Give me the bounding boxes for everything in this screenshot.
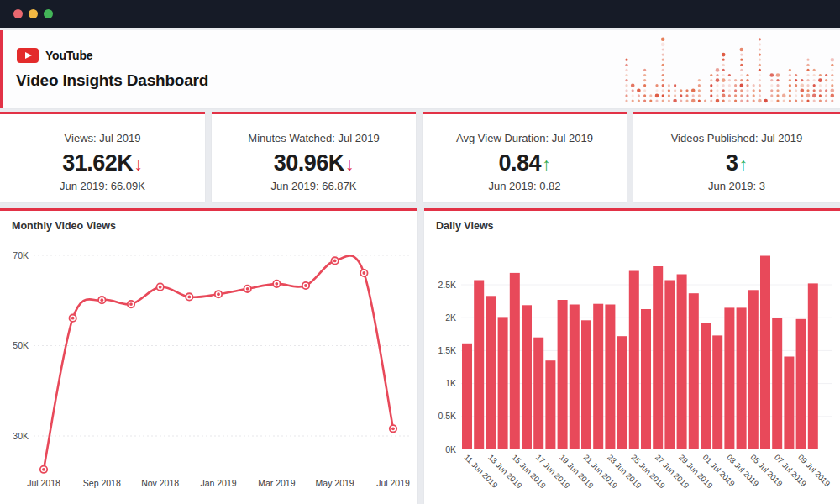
data-point-center — [42, 468, 45, 471]
decor-dot — [625, 64, 627, 66]
dashboard-header: YouTube Video Insights Dashboard — [0, 30, 840, 108]
decor-dot — [710, 79, 712, 81]
decor-dot — [753, 94, 755, 97]
data-point-center — [100, 298, 103, 302]
bar[interactable] — [784, 357, 794, 450]
decor-dot — [795, 94, 797, 97]
decor-dot — [770, 99, 773, 102]
data-point-center — [362, 271, 365, 275]
window-minimize-button[interactable] — [29, 9, 38, 18]
decor-dot — [668, 99, 670, 102]
data-point-center — [391, 427, 395, 430]
decor-dot — [632, 94, 634, 97]
decor-dot — [722, 94, 726, 98]
bar[interactable] — [462, 344, 472, 449]
trend-down-icon: ↓ — [345, 155, 354, 175]
bar[interactable] — [737, 307, 747, 449]
kpi-value: 31.62K — [62, 150, 133, 176]
bar[interactable] — [664, 281, 675, 450]
decor-dot — [740, 74, 743, 76]
kpi-card-views: Views: Jul 2019 31.62K ↓ Jun 2019: 66.09… — [0, 112, 205, 202]
decor-dot — [746, 99, 748, 102]
decor-dot — [801, 89, 805, 93]
monthly-video-views-line-chart[interactable]: 30K50K70KJul 2018Sep 2018Nov 2018Jan 201… — [0, 234, 417, 504]
bar[interactable] — [570, 305, 580, 450]
bar[interactable] — [677, 275, 687, 450]
bar[interactable] — [701, 323, 711, 450]
brand-row: YouTube — [17, 48, 92, 63]
kpi-previous-value: Jun 2019: 0.82 — [488, 180, 560, 192]
decor-dot — [716, 78, 720, 82]
decor-dot — [770, 89, 773, 92]
data-point-center — [246, 287, 249, 291]
daily-views-bar-chart[interactable]: 0K0.5K1K1.5K2K2.5K11 Jun 201913 Jun 2019… — [424, 234, 840, 504]
decor-dot — [698, 99, 701, 102]
bar[interactable] — [522, 305, 532, 449]
window-zoom-button[interactable] — [44, 9, 53, 18]
decor-dot — [770, 73, 774, 77]
kpi-card-videos-published: Videos Published: Jul 2019 3 ↑ Jun 2019:… — [633, 112, 840, 202]
bar[interactable] — [653, 266, 663, 449]
bar[interactable] — [748, 290, 759, 449]
decor-dot — [740, 94, 743, 97]
bar[interactable] — [510, 273, 520, 449]
decor-dot — [740, 83, 744, 87]
decor-dot — [801, 83, 805, 87]
decor-dot — [668, 89, 670, 92]
decor-dot — [625, 69, 627, 71]
decor-dot — [662, 79, 664, 81]
decor-dot — [806, 64, 809, 66]
bar[interactable] — [558, 300, 568, 449]
decor-dot — [632, 99, 634, 102]
data-point-center — [304, 284, 307, 287]
decor-dot — [722, 99, 725, 102]
bar[interactable] — [629, 271, 639, 450]
views-line-series — [44, 255, 393, 469]
decor-dot — [813, 99, 816, 102]
header-accent-stripe — [0, 30, 3, 108]
decor-dot — [716, 89, 718, 92]
decor-dot — [831, 99, 833, 102]
kpi-previous-value: Jun 2019: 3 — [708, 180, 765, 192]
bar[interactable] — [593, 304, 603, 449]
y-axis-tick-label: 1K — [445, 378, 456, 388]
decor-dot — [776, 99, 779, 102]
window-close-button[interactable] — [13, 9, 23, 18]
decor-dot — [662, 64, 664, 66]
decor-dot — [759, 84, 761, 87]
decor-dot — [661, 38, 665, 42]
decor-dot — [643, 84, 646, 87]
decor-dot — [812, 94, 816, 98]
bar[interactable] — [796, 319, 806, 449]
x-axis-tick-label: Jul 2019 — [376, 478, 410, 488]
y-axis-tick-label: 2.5K — [438, 280, 456, 290]
data-point-center — [333, 260, 337, 263]
brand-label: YouTube — [45, 49, 92, 62]
decor-dot — [662, 74, 664, 76]
decor-dot — [716, 68, 720, 72]
bar[interactable] — [581, 320, 591, 449]
bar[interactable] — [533, 338, 543, 449]
bar[interactable] — [545, 360, 555, 449]
bar[interactable] — [808, 283, 818, 449]
bar[interactable] — [641, 309, 651, 449]
bar[interactable] — [605, 305, 615, 450]
decor-dot — [759, 48, 761, 50]
bar[interactable] — [689, 293, 699, 449]
bar[interactable] — [760, 256, 770, 450]
decor-dot — [655, 84, 658, 87]
bar[interactable] — [498, 317, 508, 449]
y-axis-tick-label: 2K — [445, 312, 456, 323]
bar[interactable] — [474, 281, 484, 450]
decor-dot — [831, 79, 833, 81]
trend-up-icon: ↑ — [542, 155, 551, 175]
bar[interactable] — [724, 307, 734, 449]
decor-dot — [722, 84, 725, 87]
bar[interactable] — [712, 335, 722, 449]
bar[interactable] — [486, 296, 496, 449]
decor-dot — [746, 79, 748, 81]
bar[interactable] — [772, 318, 782, 449]
bar[interactable] — [617, 336, 627, 449]
x-axis-tick-label: Jul 2018 — [27, 478, 60, 488]
decor-dot — [825, 94, 827, 97]
